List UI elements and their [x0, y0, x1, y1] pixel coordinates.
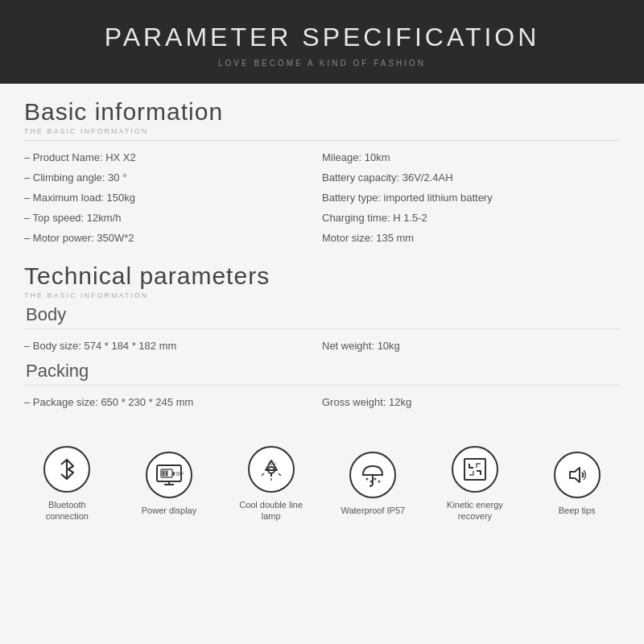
divider-basic	[24, 140, 620, 141]
page-header: PARAMETER SPECIFICATION LOVE BECOME A KI…	[0, 0, 644, 84]
svg-point-21	[378, 481, 381, 483]
body-param-right: Net weight: 10kg	[322, 336, 620, 356]
body-param-left: Body size: 574 * 184 * 182 mm	[24, 336, 322, 356]
packing-params-grid: Package size: 650 * 230 * 245 mm Gross w…	[24, 392, 620, 412]
waterproof-label: Waterproof IP57	[341, 505, 405, 516]
param-left-1: Product Name: HX X2	[24, 147, 322, 167]
icon-item-bluetooth: Bluetooth connection	[27, 446, 107, 522]
divider-packing	[24, 385, 620, 386]
beep-label: Beep tips	[559, 505, 596, 516]
svg-text:LED: LED	[268, 461, 276, 466]
power-label: Power display	[142, 505, 196, 516]
svg-point-19	[370, 481, 373, 483]
waterproof-icon-circle	[349, 452, 396, 498]
icon-item-kinetic: Kinetic energy recovery	[435, 446, 515, 522]
svg-rect-4	[172, 472, 175, 476]
basic-params-grid: Product Name: HX X2 Mileage: 10km Climbi…	[24, 147, 620, 248]
basic-info-subtitle: THE BASIC INFORMATION	[24, 127, 620, 135]
lamp-icon: LED	[258, 456, 285, 483]
technical-subtitle: THE BASIC INFORMATION	[24, 291, 620, 299]
param-right-1: Mileage: 10km	[322, 147, 620, 167]
param-left-2: Climbing angle: 30 °	[24, 167, 322, 188]
bluetooth-icon-circle	[43, 446, 90, 493]
kinetic-icon	[461, 456, 489, 483]
icon-item-power: 90% Power display	[129, 452, 209, 516]
body-subsection-title: Body	[24, 304, 620, 325]
header-subtitle: LOVE BECOME A KIND OF FASHION	[16, 59, 628, 68]
packing-param-left: Package size: 650 * 230 * 245 mm	[24, 392, 322, 412]
technical-section: Technical parameters THE BASIC INFORMATI…	[24, 262, 620, 412]
power-icon-circle: 90%	[146, 452, 192, 498]
body-params-grid: Body size: 574 * 184 * 182 mm Net weight…	[24, 336, 620, 356]
divider-body	[24, 328, 620, 329]
svg-point-18	[366, 478, 369, 481]
param-right-5: Motor size: 135 mm	[322, 228, 620, 248]
icon-item-beep: Beep tips	[537, 452, 617, 516]
beep-icon	[564, 461, 591, 489]
lamp-label: Cool double line lamp	[231, 499, 312, 522]
svg-marker-23	[570, 468, 580, 482]
basic-info-section: Basic information THE BASIC INFORMATION …	[24, 98, 620, 248]
param-left-4: Top speed: 12km/h	[24, 208, 322, 228]
packing-subsection-title: Packing	[24, 361, 620, 382]
kinetic-icon-circle	[452, 446, 498, 493]
svg-rect-22	[464, 459, 485, 480]
param-left-5: Motor power: 350W*2	[24, 228, 322, 248]
bluetooth-label: Bluetooth connection	[27, 499, 107, 522]
icons-section: Bluetooth connection 90% Power display	[0, 433, 644, 530]
bluetooth-icon	[54, 456, 80, 482]
param-right-3: Battery type: imported lithium battery	[322, 188, 620, 208]
svg-line-15	[279, 473, 281, 476]
svg-line-14	[262, 473, 264, 476]
waterproof-icon	[359, 461, 386, 489]
svg-text:90%: 90%	[175, 470, 184, 477]
page-title: PARAMETER SPECIFICATION	[16, 23, 628, 52]
param-right-4: Charging time: H 1.5-2	[322, 208, 620, 228]
basic-info-title: Basic information	[24, 98, 620, 126]
technical-title: Technical parameters	[24, 262, 620, 290]
param-right-2: Battery capacity: 36V/2.4AH	[322, 167, 620, 188]
main-content: Basic information THE BASIC INFORMATION …	[0, 98, 644, 420]
svg-point-20	[374, 478, 377, 481]
icon-item-lamp: LED Cool double line lamp	[231, 446, 312, 522]
svg-rect-6	[165, 471, 167, 477]
lamp-icon-circle: LED	[248, 446, 295, 493]
power-display-icon: 90%	[155, 462, 184, 488]
icon-item-waterproof: Waterproof IP57	[332, 452, 413, 516]
beep-icon-circle	[554, 452, 601, 498]
kinetic-label: Kinetic energy recovery	[435, 499, 515, 522]
packing-param-right: Gross weight: 12kg	[322, 392, 620, 412]
param-left-3: Maximum load: 150kg	[24, 188, 322, 208]
svg-rect-5	[162, 471, 164, 477]
